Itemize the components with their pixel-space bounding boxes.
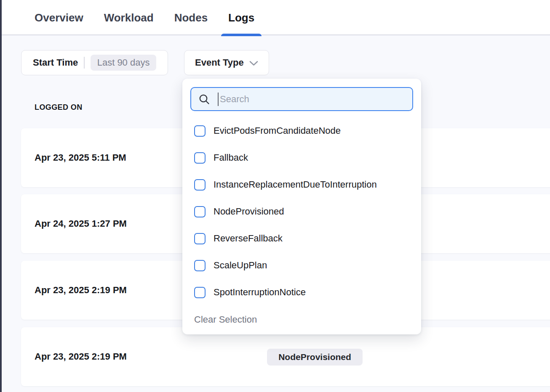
option-label: EvictPodsFromCandidateNode (214, 125, 341, 136)
option-NodeProvisioned[interactable]: NodeProvisioned (182, 198, 421, 225)
search-input[interactable] (219, 88, 412, 110)
tab-overview[interactable]: Overview (35, 0, 83, 35)
option-ReverseFallback[interactable]: ReverseFallback (182, 225, 421, 252)
tab-logs[interactable]: Logs (228, 0, 254, 35)
option-label: NodeProvisioned (214, 206, 284, 217)
option-label: ReverseFallback (214, 233, 283, 244)
checkbox-unchecked[interactable] (194, 260, 206, 271)
event-type-filter-button[interactable]: Event Type (184, 50, 269, 75)
collapsed-sidebar-edge (0, 0, 2, 392)
logged-on-value: Apr 24, 2025 1:27 PM (35, 218, 127, 229)
filter-divider (84, 57, 85, 69)
event-type-label: Event Type (195, 57, 244, 68)
logged-on-value: Apr 23, 2025 5:11 PM (35, 152, 126, 163)
event-type-dropdown: EvictPodsFromCandidateNode Fallback Inst… (182, 79, 421, 334)
logged-on-column-header: LOGGED ON (35, 103, 83, 112)
checkbox-unchecked[interactable] (194, 233, 206, 244)
chevron-down-icon (249, 61, 258, 66)
dropdown-search-box (190, 87, 413, 111)
start-time-label: Start Time (33, 57, 78, 68)
checkbox-unchecked[interactable] (194, 125, 206, 137)
option-label: Fallback (214, 152, 248, 163)
logged-on-value: Apr 23, 2025 2:19 PM (35, 285, 127, 296)
option-Fallback[interactable]: Fallback (182, 144, 421, 171)
option-label: SpotInterruptionNotice (214, 287, 306, 298)
search-icon (198, 93, 210, 105)
option-InstanceReplacementDueToInterruption[interactable]: InstanceReplacementDueToInterruption (182, 171, 421, 198)
checkbox-unchecked[interactable] (194, 287, 206, 298)
option-label: ScaleUpPlan (214, 260, 267, 271)
start-time-value-pill: Last 90 days (91, 55, 157, 71)
event-type-option-list: EvictPodsFromCandidateNode Fallback Inst… (182, 117, 421, 306)
checkbox-unchecked[interactable] (194, 152, 206, 164)
start-time-filter-button[interactable]: Start Time Last 90 days (21, 50, 168, 75)
logs-page: Overview Workload Nodes Logs Start Time … (0, 0, 550, 392)
event-type-badge: NodeProvisioned (267, 349, 363, 366)
checkbox-unchecked[interactable] (194, 206, 206, 217)
table-row[interactable]: Apr 23, 2025 2:19 PM NodeProvisioned (21, 327, 550, 386)
clear-selection-button[interactable]: Clear Selection (194, 314, 257, 325)
logged-on-value: Apr 23, 2025 2:19 PM (35, 351, 127, 362)
option-SpotInterruptionNotice[interactable]: SpotInterruptionNotice (182, 279, 421, 306)
option-EvictPodsFromCandidateNode[interactable]: EvictPodsFromCandidateNode (182, 117, 421, 144)
tab-header: Overview Workload Nodes Logs (2, 0, 550, 35)
tab-workload[interactable]: Workload (104, 0, 154, 35)
option-label: InstanceReplacementDueToInterruption (214, 179, 377, 190)
checkbox-unchecked[interactable] (194, 179, 206, 191)
option-ScaleUpPlan[interactable]: ScaleUpPlan (182, 252, 421, 279)
tab-nodes[interactable]: Nodes (174, 0, 208, 35)
tab-bar: Overview Workload Nodes Logs (35, 0, 254, 35)
